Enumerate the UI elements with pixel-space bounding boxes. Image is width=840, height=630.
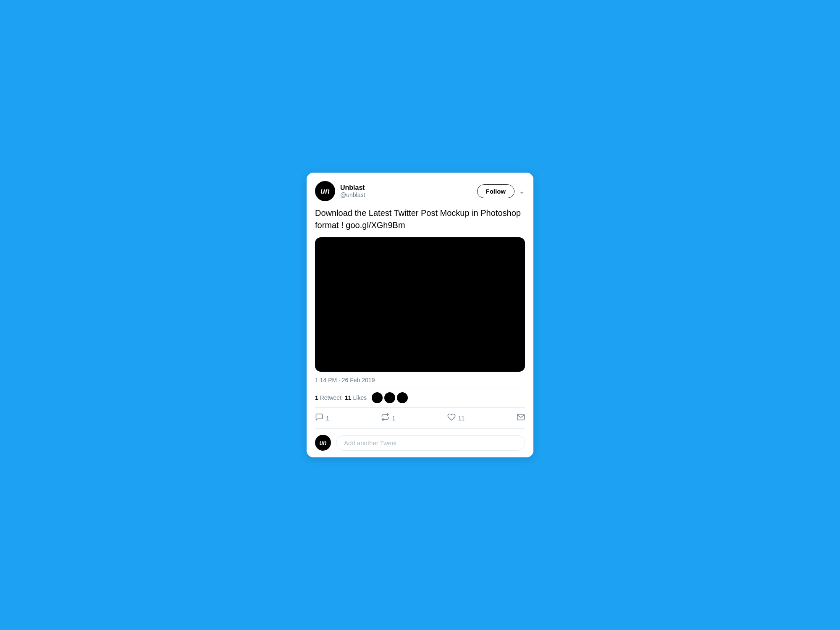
- tweet-image: [315, 237, 525, 372]
- tweet-body-text: Download the Latest Twitter Post Mockup …: [315, 207, 525, 231]
- username: @unblast: [340, 192, 365, 199]
- liker-avatar-3: [397, 392, 408, 403]
- tweet-timestamp: 1:14 PM · 26 Feb 2019: [315, 377, 525, 388]
- liker-avatar-2: [384, 392, 395, 403]
- add-tweet-input[interactable]: [336, 435, 525, 451]
- tweet-header-right: Follow ⌄: [477, 184, 525, 198]
- like-label: Likes: [353, 394, 367, 401]
- tweet-stats: 1 Retweet 11 Likes: [315, 392, 525, 408]
- tweet-actions: 1 1 11: [315, 410, 525, 429]
- user-info: Unblast @unblast: [340, 184, 365, 199]
- display-name: Unblast: [340, 184, 365, 192]
- avatar: un: [315, 181, 335, 201]
- retweet-count: 1: [315, 394, 318, 401]
- mail-icon: [517, 413, 525, 423]
- reply-count: 1: [326, 415, 329, 422]
- like-count: 11: [345, 394, 352, 401]
- retweet-action[interactable]: 1: [381, 413, 395, 423]
- tweet-card: un Unblast @unblast Follow ⌄ Download th…: [307, 173, 533, 457]
- chevron-down-icon[interactable]: ⌄: [519, 186, 525, 196]
- add-tweet-row: un: [315, 429, 525, 451]
- add-tweet-avatar-initials: un: [319, 439, 326, 446]
- reply-icon: [315, 413, 323, 423]
- like-stat: 11 Likes: [345, 394, 367, 401]
- retweet-label: Retweet: [320, 394, 341, 401]
- liker-avatar-1: [372, 392, 383, 403]
- retweet-icon: [381, 413, 389, 423]
- add-tweet-avatar: un: [315, 435, 331, 451]
- liker-avatars: [372, 392, 408, 403]
- tweet-header: un Unblast @unblast Follow ⌄: [315, 181, 525, 201]
- retweet-stat: 1 Retweet: [315, 394, 341, 401]
- follow-button[interactable]: Follow: [477, 184, 515, 198]
- reply-action[interactable]: 1: [315, 413, 329, 423]
- like-action-count: 11: [458, 415, 465, 422]
- like-action[interactable]: 11: [447, 413, 465, 423]
- mail-action[interactable]: [517, 413, 525, 423]
- tweet-header-left: un Unblast @unblast: [315, 181, 365, 201]
- retweet-action-count: 1: [392, 415, 395, 422]
- heart-icon: [447, 413, 456, 423]
- avatar-initials: un: [320, 187, 330, 196]
